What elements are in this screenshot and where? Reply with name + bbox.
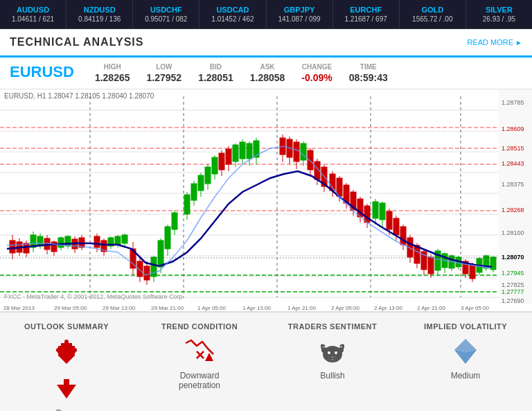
ask-label: ASK — [250, 63, 285, 71]
stat-low: LOW 1.27952 — [147, 63, 182, 83]
svg-rect-119 — [380, 203, 385, 220]
outlook-title: OUTLOOK SUMMARY — [7, 322, 126, 331]
instrument-name: EURUSD — [10, 63, 74, 81]
svg-rect-59 — [144, 266, 150, 280]
ticker-value: 1565.72 / .00 — [402, 15, 463, 23]
ticker-label: USDCHF — [136, 6, 196, 14]
svg-rect-81 — [226, 149, 231, 164]
svg-rect-75 — [205, 167, 211, 184]
read-more-text: READ MORE — [467, 38, 513, 46]
svg-rect-117 — [373, 202, 378, 218]
arrow-right-icon: ► — [515, 39, 522, 46]
ticker-value: 0.95071 / 082 — [136, 15, 196, 23]
section-header: TECHNICAL ANALYSIS READ MORE ► — [0, 29, 532, 58]
svg-rect-95 — [294, 142, 299, 161]
svg-point-191 — [335, 351, 337, 354]
ticker-item-gbpjpy[interactable]: GBPJPY141.087 / 099 — [267, 0, 333, 28]
indicator-trend: TREND CONDITION Downwardpenetration — [133, 322, 266, 390]
svg-rect-145 — [470, 265, 475, 279]
ticker-label: AUDUSD — [3, 6, 63, 14]
chart-container: EURUSD, H1 1.28047 1.28105 1.28040 1.280… — [0, 89, 532, 312]
ticker-label: GBPJPY — [269, 6, 330, 14]
svg-rect-83 — [233, 145, 238, 161]
instrument-header: EURUSD HIGH 1.28265 LOW 1.27952 BID 1.28… — [0, 58, 532, 89]
svg-text:1 Apr 05:00: 1 Apr 05:00 — [197, 305, 226, 311]
ticker-value: 141.087 / 099 — [269, 15, 330, 23]
svg-text:1 Apr 13:00: 1 Apr 13:00 — [242, 305, 271, 311]
trend-title: TREND CONDITION — [140, 322, 259, 331]
svg-text:1.28100: 1.28100 — [502, 229, 524, 236]
svg-text:FXCC - MetaTrader 4, © 2001-20: FXCC - MetaTrader 4, © 2001-2012, MetaQu… — [4, 293, 184, 300]
ticker-item-nzdusd[interactable]: NZDUSD0.84119 / 136 — [66, 0, 133, 28]
ticker-item-eurchf[interactable]: EURCHF1.21687 / 697 — [333, 0, 400, 28]
candlestick-chart: 1.28785 1.28609 1.28515 1.28443 1.28375 … — [0, 89, 532, 311]
stat-change: CHANGE -0.09% — [301, 63, 332, 83]
svg-text:1.27690: 1.27690 — [502, 297, 524, 304]
svg-text:1.28609: 1.28609 — [502, 125, 524, 132]
ticker-label: GOLD — [402, 6, 463, 14]
svg-text:2 Apr 21:00: 2 Apr 21:00 — [417, 305, 445, 311]
svg-point-189 — [338, 347, 344, 353]
bid-value: 1.28051 — [198, 72, 233, 83]
ticker-item-usdcad[interactable]: USDCAD1.01452 / 462 — [200, 0, 266, 28]
svg-text:1.28268: 1.28268 — [502, 207, 524, 213]
svg-rect-85 — [240, 142, 245, 159]
svg-rect-123 — [393, 218, 399, 235]
svg-text:2 Apr 13:00: 2 Apr 13:00 — [374, 305, 402, 311]
svg-text:29 Mar 05:00: 29 Mar 05:00 — [54, 305, 87, 311]
indicator-sentiment: TRADERS SENTIMENT Bullish — [266, 322, 399, 381]
svg-text:29 Mar 21:00: 29 Mar 21:00 — [151, 305, 184, 311]
read-more-link[interactable]: READ MORE ► — [467, 38, 522, 46]
diamond-icon-svg — [452, 336, 479, 367]
ticker-label: SILVER — [469, 6, 529, 14]
svg-rect-77 — [212, 157, 218, 174]
ticker-value: 1.01452 / 462 — [202, 15, 263, 23]
outlook-value: Down — [7, 408, 126, 411]
ticker-item-silver[interactable]: SILVER26.93 / .95 — [466, 0, 532, 28]
ticker-item-audusd[interactable]: AUDUSD1.04611 / 621 — [0, 0, 66, 28]
svg-text:2 Apr 05:00: 2 Apr 05:00 — [331, 305, 360, 311]
volatility-value: Medium — [406, 371, 525, 381]
indicator-outlook: OUTLOOK SUMMARY Down — [0, 322, 133, 411]
svg-text:1.28443: 1.28443 — [502, 160, 524, 167]
svg-rect-69 — [184, 195, 190, 214]
change-label: CHANGE — [301, 63, 332, 71]
svg-text:28 Mar 2013: 28 Mar 2013 — [3, 305, 35, 311]
ticker-item-usdchf[interactable]: USDCHF0.95071 / 082 — [133, 0, 200, 28]
svg-rect-87 — [247, 143, 252, 159]
sentiment-value: Bullish — [273, 371, 392, 381]
svg-text:3 Apr 05:00: 3 Apr 05:00 — [461, 305, 489, 311]
bid-label: BID — [198, 63, 233, 71]
ticker-label: EURCHF — [336, 6, 396, 14]
ticker-item-gold[interactable]: GOLD1565.72 / .00 — [400, 0, 466, 28]
svg-rect-115 — [364, 206, 370, 222]
svg-rect-71 — [191, 184, 197, 200]
chart-svg[interactable]: 1.28785 1.28609 1.28515 1.28443 1.28375 … — [0, 89, 532, 311]
bull-icon-svg — [317, 336, 348, 367]
ticker-label: USDCAD — [202, 6, 263, 14]
svg-text:1.27825: 1.27825 — [502, 281, 524, 288]
ticker-value: 0.84119 / 136 — [69, 15, 130, 23]
svg-point-188 — [321, 347, 327, 353]
svg-rect-183 — [64, 379, 69, 389]
svg-text:1.27777: 1.27777 — [502, 288, 524, 295]
stat-time: TIME 08:59:43 — [349, 63, 388, 83]
down-arrow-svg — [53, 375, 80, 403]
svg-rect-79 — [219, 153, 224, 170]
volatility-title: IMPLIED VOLATILITY — [406, 322, 525, 331]
svg-rect-45 — [94, 236, 100, 247]
chart-label: EURUSD, H1 1.28047 1.28105 1.28040 1.280… — [4, 92, 154, 100]
svg-rect-73 — [198, 175, 204, 191]
high-label: HIGH — [95, 63, 130, 71]
svg-rect-23 — [10, 241, 15, 253]
stat-group: HIGH 1.28265 LOW 1.27952 BID 1.28051 ASK… — [95, 63, 522, 83]
svg-rect-63 — [158, 241, 163, 267]
arrow-down-icon — [50, 336, 83, 369]
svg-text:1.28785: 1.28785 — [502, 99, 524, 106]
ticker-value: 1.21687 / 697 — [336, 15, 396, 23]
svg-rect-133 — [428, 257, 434, 274]
ticker-value: 26.93 / .95 — [469, 15, 529, 23]
stat-ask: ASK 1.28058 — [250, 63, 285, 83]
indicators-section: OUTLOOK SUMMARY Down TREND CONDITION — [0, 312, 532, 411]
ticker-value: 1.04611 / 621 — [3, 15, 63, 23]
